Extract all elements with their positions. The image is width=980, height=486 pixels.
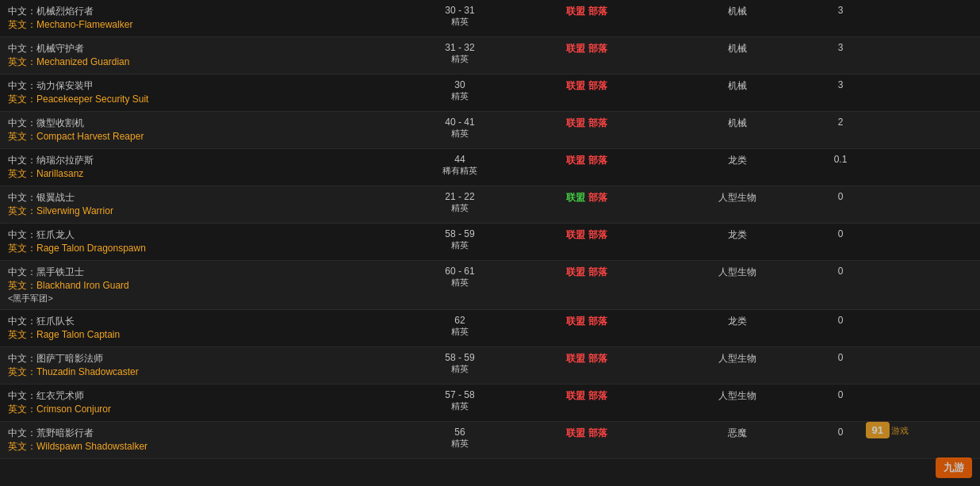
col-name: 中文：纳瑞尔拉萨斯英文：Narillasanz: [0, 149, 412, 186]
col-level: 60 - 61精英: [412, 261, 507, 309]
type-text: 人型生物: [718, 390, 756, 401]
col-drops: 0: [809, 422, 872, 458]
faction-horde: 部落: [588, 192, 607, 203]
level-sub: 精英: [420, 438, 500, 450]
faction-alliance: 联盟: [566, 390, 585, 401]
faction-alliance: 联盟: [566, 353, 585, 364]
faction-horde: 部落: [588, 266, 607, 277]
col-faction: 联盟 部落: [507, 385, 666, 421]
cn-name: 中文：狂爪队长: [8, 315, 404, 328]
col-drops: 2: [809, 112, 872, 148]
faction-horde: 部落: [588, 353, 607, 364]
faction-alliance: 联盟: [566, 266, 585, 277]
col-faction: 联盟 部落: [507, 37, 666, 74]
cn-name: 中文：机械烈焰行者: [8, 5, 404, 18]
col-level: 30 - 31精英: [412, 0, 507, 36]
cn-name: 中文：银翼战士: [8, 191, 404, 205]
faction-horde: 部落: [588, 427, 607, 438]
level-sub: 精英: [420, 128, 500, 140]
col-level: 56精英: [412, 422, 507, 458]
faction-alliance: 联盟: [566, 192, 585, 203]
table-row: 中文：动力保安装甲英文：Peacekeeper Security Suit30精…: [0, 75, 980, 112]
level-sub: 精英: [420, 400, 500, 412]
col-type: 龙类: [666, 149, 809, 186]
col-type: 机械: [666, 112, 809, 148]
level-main: 44: [420, 154, 500, 165]
type-text: 人型生物: [718, 353, 756, 364]
col-level: 57 - 58精英: [412, 385, 507, 421]
col-drops: 0: [809, 310, 872, 346]
col-faction: 联盟 部落: [507, 261, 666, 309]
type-text: 龙类: [728, 316, 747, 327]
col-type: 人型生物: [666, 186, 809, 223]
table-row: 中文：纳瑞尔拉萨斯英文：Narillasanz44稀有精英联盟 部落龙类0.1: [0, 149, 980, 186]
type-text: 机械: [728, 43, 747, 54]
col-drops: 0: [809, 186, 872, 223]
en-name: 英文：Peacekeeper Security Suit: [8, 93, 404, 106]
type-text: 龙类: [728, 229, 747, 240]
mob-table: 中文：机械烈焰行者英文：Mechano-Flamewalker30 - 31精英…: [0, 0, 980, 459]
table-row: 中文：图萨丁暗影法师英文：Thuzadin Shadowcaster58 - 5…: [0, 347, 980, 385]
col-name: 中文：机械烈焰行者英文：Mechano-Flamewalker: [0, 0, 412, 36]
col-drops: 0: [809, 261, 872, 309]
level-sub: 精英: [420, 326, 500, 338]
type-text: 龙类: [728, 155, 747, 166]
level-main: 21 - 22: [420, 191, 500, 202]
col-level: 31 - 32精英: [412, 37, 507, 74]
col-level: 58 - 59精英: [412, 224, 507, 260]
col-drops: 3: [809, 37, 872, 74]
level-sub: 精英: [420, 202, 500, 214]
col-level: 62精英: [412, 310, 507, 346]
col-type: 机械: [666, 37, 809, 74]
en-name: 英文：Narillasanz: [8, 167, 404, 181]
table-row: 中文：红衣咒术师英文：Crimson Conjuror57 - 58精英联盟 部…: [0, 385, 980, 422]
drops-text: 0.1: [834, 154, 848, 165]
col-faction: 联盟 部落: [507, 422, 666, 458]
col-faction: 联盟 部落: [507, 149, 666, 186]
table-row: 中文：银翼战士英文：Silverwing Warrior21 - 22精英联盟 …: [0, 186, 980, 224]
col-level: 21 - 22精英: [412, 186, 507, 223]
col-type: 恶魔: [666, 422, 809, 458]
drops-text: 0: [838, 389, 844, 400]
sub-label: <黑手军团>: [8, 293, 404, 304]
level-main: 58 - 59: [420, 228, 500, 239]
cn-name: 中文：狂爪龙人: [8, 228, 404, 242]
drops-text: 0: [838, 228, 844, 239]
level-main: 56: [420, 427, 500, 438]
col-type: 龙类: [666, 310, 809, 346]
table-row: 中文：黑手铁卫士英文：Blackhand Iron Guard<黑手军团>60 …: [0, 261, 980, 310]
col-drops: 0: [809, 224, 872, 260]
cn-name: 中文：动力保安装甲: [8, 79, 404, 93]
type-text: 机械: [728, 6, 747, 17]
faction-alliance: 联盟: [566, 229, 585, 240]
col-name: 中文：图萨丁暗影法师英文：Thuzadin Shadowcaster: [0, 347, 412, 384]
level-main: 58 - 59: [420, 352, 500, 363]
drops-text: 0: [838, 352, 844, 363]
drops-text: 0: [838, 191, 844, 202]
col-faction: 联盟 部落: [507, 224, 666, 260]
en-name: 英文：Crimson Conjuror: [8, 403, 404, 416]
level-sub: 精英: [420, 53, 500, 65]
level-sub: 精英: [420, 277, 500, 289]
level-sub: 精英: [420, 363, 500, 375]
table-row: 中文：机械烈焰行者英文：Mechano-Flamewalker30 - 31精英…: [0, 0, 980, 37]
faction-horde: 部落: [588, 316, 607, 327]
level-main: 57 - 58: [420, 389, 500, 400]
col-name: 中文：狂爪龙人英文：Rage Talon Dragonspawn: [0, 224, 412, 260]
en-name: 英文：Mechano-Flamewalker: [8, 18, 404, 32]
col-type: 人型生物: [666, 261, 809, 309]
en-name: 英文：Thuzadin Shadowcaster: [8, 365, 404, 379]
en-name: 英文：Compact Harvest Reaper: [8, 130, 404, 144]
level-main: 31 - 32: [420, 42, 500, 53]
col-type: 龙类: [666, 224, 809, 260]
col-faction: 联盟 部落: [507, 0, 666, 36]
drops-text: 0: [838, 315, 844, 326]
drops-text: 0: [838, 266, 844, 277]
col-level: 30精英: [412, 75, 507, 111]
col-drops: 0: [809, 385, 872, 421]
faction-alliance: 联盟: [566, 427, 585, 438]
level-sub: 精英: [420, 16, 500, 28]
table-row: 中文：狂爪龙人英文：Rage Talon Dragonspawn58 - 59精…: [0, 224, 980, 261]
en-name: 英文：Silverwing Warrior: [8, 205, 404, 218]
level-main: 62: [420, 315, 500, 326]
